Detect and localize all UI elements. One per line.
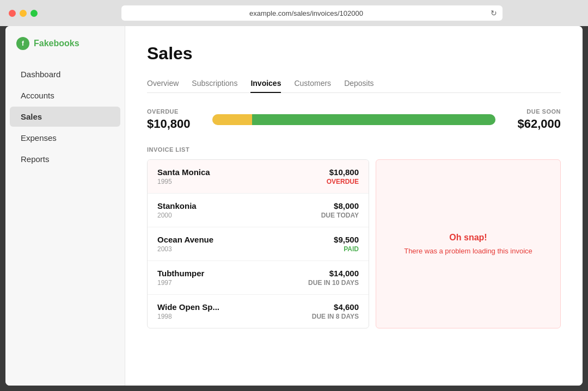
invoice-info: Wide Open Sp... 1998	[157, 302, 219, 320]
summary-bar: OVERDUE $10,800 DUE SOON $62,000	[147, 108, 561, 131]
invoice-name: Ocean Avenue	[157, 235, 213, 244]
error-message: There was a problem loading this invoice	[404, 247, 532, 255]
progress-overdue-bar	[212, 114, 252, 125]
invoice-name: Santa Monica	[157, 167, 210, 177]
invoice-name: Wide Open Sp...	[157, 302, 219, 312]
invoice-info: Santa Monica 1995	[157, 167, 210, 185]
sidebar-nav: Dashboard Accounts Sales Expenses Report…	[5, 64, 125, 169]
invoice-amount: $10,800	[327, 167, 359, 177]
summary-overdue: OVERDUE $10,800	[147, 108, 201, 131]
sidebar-item-reports[interactable]: Reports	[10, 149, 120, 169]
url-text: example.com/sales/invoices/102000	[127, 9, 486, 17]
invoice-list-wrapper: Santa Monica 1995 $10,800 OVERDUE Stanko…	[147, 159, 561, 328]
invoice-status: OVERDUE	[327, 178, 359, 185]
overdue-amount: $10,800	[147, 117, 201, 131]
logo-text: Fakebooks	[34, 39, 79, 48]
due-soon-label: DUE SOON	[506, 108, 561, 115]
minimize-button[interactable]	[20, 10, 27, 17]
invoice-year: 2000	[157, 212, 197, 219]
address-bar[interactable]: example.com/sales/invoices/102000 ↻	[121, 5, 503, 21]
tab-subscriptions[interactable]: Subscriptions	[192, 75, 237, 93]
invoice-year: 2003	[157, 245, 213, 253]
invoice-info: Stankonia 2000	[157, 201, 197, 219]
sidebar-item-dashboard[interactable]: Dashboard	[10, 64, 120, 84]
refresh-icon[interactable]: ↻	[491, 9, 497, 17]
logo-icon: f	[16, 37, 29, 50]
sidebar-item-expenses[interactable]: Expenses	[10, 128, 120, 148]
sidebar-item-sales[interactable]: Sales	[10, 107, 120, 127]
invoice-right: $14,000 DUE IN 10 DAYS	[308, 269, 359, 287]
invoice-name: Stankonia	[157, 201, 197, 210]
progress-bar	[212, 114, 495, 125]
page-title: Sales	[147, 44, 561, 64]
invoice-right: $4,600 DUE IN 8 DAYS	[312, 302, 359, 320]
invoice-status: PAID	[334, 245, 359, 253]
maximize-button[interactable]	[30, 10, 38, 17]
invoice-amount: $14,000	[308, 269, 359, 278]
main-content: Sales Overview Subscriptions Invoices Cu…	[125, 26, 583, 386]
browser-chrome: example.com/sales/invoices/102000 ↻	[0, 0, 588, 26]
invoice-year: 1995	[157, 178, 210, 185]
tab-deposits[interactable]: Deposits	[344, 75, 373, 93]
invoice-row[interactable]: Ocean Avenue 2003 $9,500 PAID	[148, 227, 369, 261]
invoice-status: DUE IN 8 DAYS	[312, 313, 359, 320]
invoice-list: Santa Monica 1995 $10,800 OVERDUE Stanko…	[147, 159, 369, 328]
logo: f Fakebooks	[5, 37, 125, 63]
invoice-status: DUE IN 10 DAYS	[308, 279, 359, 287]
close-button[interactable]	[9, 10, 16, 17]
invoice-status: DUE TODAY	[321, 212, 359, 219]
invoice-right: $8,000 DUE TODAY	[321, 201, 359, 219]
invoice-amount: $9,500	[334, 235, 359, 244]
tab-invoices[interactable]: Invoices	[250, 75, 281, 93]
progress-due-soon-bar	[252, 114, 495, 125]
invoice-row[interactable]: Santa Monica 1995 $10,800 OVERDUE	[148, 160, 369, 194]
invoice-list-label: INVOICE LIST	[147, 146, 561, 153]
invoice-row[interactable]: Tubthumper 1997 $14,000 DUE IN 10 DAYS	[148, 261, 369, 295]
sidebar-item-accounts[interactable]: Accounts	[10, 85, 120, 105]
invoice-amount: $8,000	[321, 201, 359, 210]
app-window: f Fakebooks Dashboard Accounts Sales Exp…	[5, 26, 583, 386]
invoice-amount: $4,600	[312, 302, 359, 312]
error-panel: Oh snap! There was a problem loading thi…	[376, 159, 561, 328]
tab-overview[interactable]: Overview	[147, 75, 179, 93]
invoice-year: 1998	[157, 313, 219, 320]
tabs: Overview Subscriptions Invoices Customer…	[147, 75, 561, 93]
overdue-label: OVERDUE	[147, 108, 201, 115]
due-soon-amount: $62,000	[506, 117, 561, 131]
error-title: Oh snap!	[449, 233, 487, 243]
invoice-row[interactable]: Wide Open Sp... 1998 $4,600 DUE IN 8 DAY…	[148, 295, 369, 328]
tab-customers[interactable]: Customers	[294, 75, 331, 93]
summary-due-soon: DUE SOON $62,000	[506, 108, 561, 131]
invoice-info: Ocean Avenue 2003	[157, 235, 213, 253]
sidebar: f Fakebooks Dashboard Accounts Sales Exp…	[5, 26, 125, 386]
invoice-right: $10,800 OVERDUE	[327, 167, 359, 185]
invoice-year: 1997	[157, 279, 204, 287]
invoice-name: Tubthumper	[157, 269, 204, 278]
invoice-row[interactable]: Stankonia 2000 $8,000 DUE TODAY	[148, 194, 369, 227]
invoice-right: $9,500 PAID	[334, 235, 359, 253]
traffic-lights	[9, 10, 38, 17]
invoice-info: Tubthumper 1997	[157, 269, 204, 287]
